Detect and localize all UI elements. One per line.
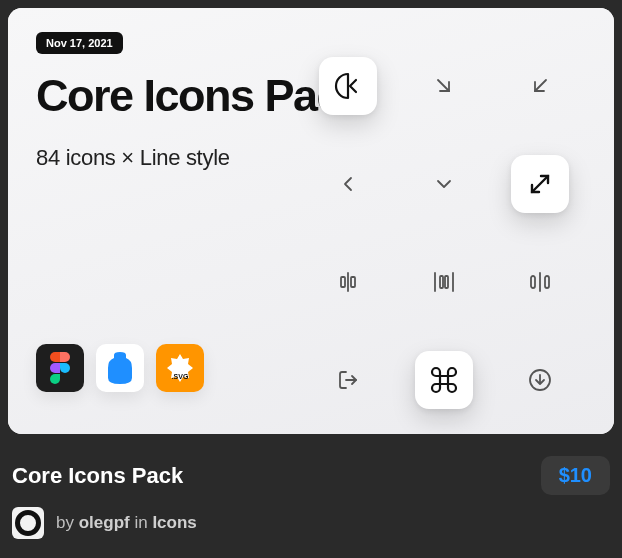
svg-rect-9	[55, 374, 60, 379]
product-title[interactable]: Core Icons Pack	[12, 463, 183, 489]
svg-rect-17	[351, 277, 355, 287]
author-link[interactable]: olegpf	[79, 513, 130, 532]
product-card[interactable]: Nov 17, 2021 Core Icons Pack 84 icons × …	[8, 8, 614, 434]
by-text: by	[56, 513, 79, 532]
icon-sample-grid	[302, 40, 586, 426]
svg-rect-21	[445, 276, 448, 288]
expand-icon	[511, 155, 569, 213]
category-link[interactable]: Icons	[152, 513, 196, 532]
date-badge: Nov 17, 2021	[36, 32, 123, 54]
svg-rect-6	[60, 352, 65, 362]
distribute-horizontal-icon	[415, 253, 473, 311]
svg-text:.SVG: .SVG	[172, 373, 189, 380]
logout-icon	[319, 351, 377, 409]
preview-image: Nov 17, 2021 Core Icons Pack 84 icons × …	[8, 8, 614, 434]
card-footer: Core Icons Pack $10 by olegpf in Icons	[0, 442, 622, 547]
distribute-spacing-icon	[511, 253, 569, 311]
svg-line-13	[535, 80, 546, 91]
command-icon	[415, 351, 473, 409]
align-horizontal-center-icon	[319, 253, 377, 311]
format-badges: .SVG	[36, 344, 204, 392]
svg-rect-24	[545, 276, 549, 288]
chevron-down-icon	[415, 155, 473, 213]
byline: by olegpf in Icons	[12, 507, 610, 539]
svg-rect-16	[341, 277, 345, 287]
price-button[interactable]: $10	[541, 456, 610, 495]
svg-line-14	[532, 176, 548, 192]
download-circle-icon	[511, 351, 569, 409]
svg-rect-8	[60, 363, 65, 368]
svg-icon: .SVG	[156, 344, 204, 392]
svg-rect-23	[531, 276, 535, 288]
author-avatar[interactable]	[12, 507, 44, 539]
svg-line-12	[438, 80, 449, 91]
arrow-down-right-icon	[415, 57, 473, 115]
svg-rect-7	[55, 363, 60, 373]
svg-rect-20	[440, 276, 443, 288]
jar-icon	[96, 344, 144, 392]
chevron-left-icon	[319, 155, 377, 213]
chevron-left-boxed-icon	[319, 57, 377, 115]
arrow-down-left-icon	[511, 57, 569, 115]
svg-rect-5	[55, 352, 60, 362]
in-text: in	[130, 513, 153, 532]
figma-icon	[36, 344, 84, 392]
